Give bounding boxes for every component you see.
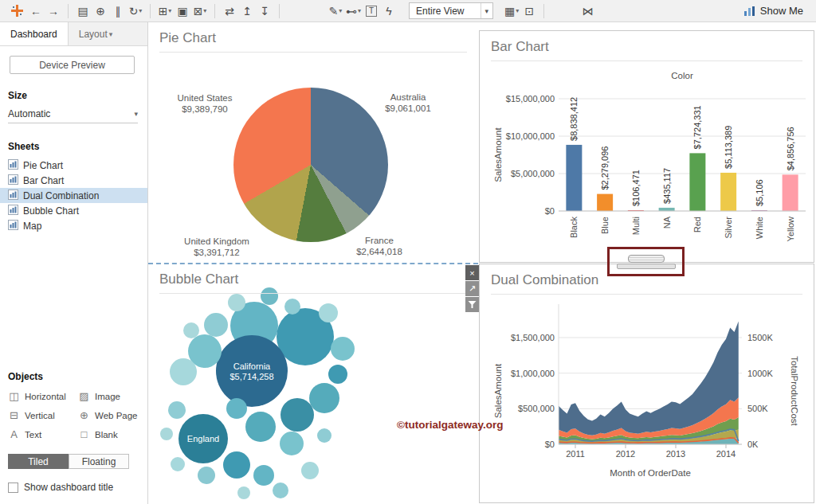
floating-button[interactable]: Floating bbox=[69, 454, 129, 469]
zone-drag-handle[interactable] bbox=[617, 255, 676, 269]
redo-icon: → bbox=[48, 5, 59, 18]
dual-combination-chart[interactable]: $00K$500,000500K$1,000,0001000K$1,500,00… bbox=[480, 264, 814, 502]
sort-descending-button[interactable]: ↧ bbox=[256, 2, 273, 20]
caret-down-icon[interactable]: ▾ bbox=[481, 3, 493, 18]
show-mark-labels-button[interactable]: T bbox=[363, 2, 380, 20]
bar-chart[interactable]: $0$5,000,000$10,000,000$15,000,000ColorS… bbox=[480, 31, 814, 262]
chart-label: $5,000,000 bbox=[511, 169, 555, 178]
redo-button[interactable]: → bbox=[45, 2, 62, 20]
bubble-mark[interactable] bbox=[280, 398, 314, 432]
clear-sheet-button[interactable]: ⊠▾ bbox=[191, 2, 209, 20]
object-vertical[interactable]: ⊟Vertical bbox=[8, 407, 78, 424]
caret-down-icon: ▾ bbox=[203, 7, 206, 14]
bubble-mark[interactable] bbox=[237, 486, 250, 499]
bar-black[interactable] bbox=[566, 145, 582, 211]
bubble-mark[interactable] bbox=[183, 322, 199, 338]
group-members-button[interactable]: ⊷▾ bbox=[344, 2, 363, 20]
sidebar-sheet-map[interactable]: Map bbox=[0, 218, 147, 233]
bubble-mark[interactable] bbox=[331, 337, 355, 361]
bubble-mark[interactable] bbox=[280, 432, 304, 455]
show-hide-cards-button[interactable]: ▦▾ bbox=[503, 2, 520, 20]
pie-label-united-kingdom: United Kingdom $3,391,712 bbox=[184, 236, 249, 258]
chart-label: Blue bbox=[600, 217, 610, 234]
show-dashboard-title-checkbox[interactable] bbox=[8, 483, 18, 493]
bubble-mark[interactable] bbox=[204, 313, 228, 337]
bubble-mark[interactable] bbox=[273, 483, 288, 498]
show-me-button[interactable]: Show Me bbox=[743, 5, 803, 17]
tab-dashboard[interactable]: Dashboard bbox=[0, 22, 69, 45]
bubble-chart-zone[interactable]: Bubble Chart California$5,714,258England bbox=[148, 264, 478, 504]
pie-chart-zone[interactable]: Pie Chart United States $9,389,790 Austr… bbox=[148, 22, 478, 264]
swap-rows-columns-button[interactable]: ⇄ bbox=[221, 2, 238, 20]
device-preview-button[interactable]: Device Preview bbox=[10, 56, 135, 74]
pie-chart[interactable] bbox=[233, 88, 388, 242]
run-auto-updates-button[interactable]: ↻▾ bbox=[127, 2, 144, 20]
bubble-mark[interactable] bbox=[223, 451, 250, 479]
bubble-mark[interactable] bbox=[253, 465, 274, 486]
object-blank[interactable]: □Blank bbox=[78, 426, 140, 443]
caret-down-icon[interactable]: ▾ bbox=[109, 30, 113, 38]
object-web-page[interactable]: ⊕Web Page bbox=[78, 407, 140, 424]
sidebar-sheet-pie-chart[interactable]: Pie Chart bbox=[0, 158, 147, 173]
bubble-mark[interactable] bbox=[245, 412, 276, 442]
bubble-mark[interactable] bbox=[168, 401, 186, 419]
bubble-california[interactable] bbox=[216, 335, 288, 407]
bubble-mark[interactable] bbox=[317, 428, 332, 443]
chart-label: $2,279,096 bbox=[600, 147, 610, 190]
bubble-mark[interactable] bbox=[226, 398, 247, 419]
fix-axes-button[interactable]: ϟ bbox=[380, 2, 398, 20]
bubble-mark[interactable] bbox=[319, 303, 338, 322]
bubble-mark[interactable] bbox=[198, 467, 215, 484]
sidebar-sheet-dual-combination[interactable]: Dual Combination bbox=[0, 188, 147, 203]
fix-axes-icon: ϟ bbox=[386, 5, 391, 18]
duplicate-sheet-button[interactable]: ▣ bbox=[174, 2, 191, 20]
bubble-mark[interactable] bbox=[228, 294, 245, 311]
bubble-chart[interactable]: California$5,714,258England bbox=[148, 264, 478, 504]
bar-yellow[interactable] bbox=[783, 174, 798, 211]
sidebar-sheet-bubble-chart[interactable]: Bubble Chart bbox=[0, 203, 147, 218]
bubble-mark[interactable] bbox=[284, 299, 300, 315]
object-text[interactable]: AText bbox=[8, 426, 78, 443]
tiled-button[interactable]: Tiled bbox=[8, 454, 69, 469]
remove-zone-button[interactable]: × bbox=[465, 265, 479, 280]
presentation-mode-button[interactable]: ⊡ bbox=[520, 2, 538, 20]
bubble-mark[interactable] bbox=[301, 462, 319, 479]
chart-label: Silver bbox=[724, 217, 733, 239]
size-dropdown[interactable]: Automatic ▾ bbox=[8, 108, 138, 123]
bar-na[interactable] bbox=[659, 208, 675, 211]
sort-ascending-button[interactable]: ↥ bbox=[238, 2, 256, 20]
bubble-mark[interactable] bbox=[328, 365, 347, 384]
bubble-mark[interactable] bbox=[170, 358, 197, 385]
use-as-filter-button[interactable] bbox=[465, 297, 479, 312]
undo-button[interactable]: ← bbox=[27, 2, 45, 20]
drag-handle-base[interactable] bbox=[617, 264, 676, 269]
fit-dropdown[interactable]: Entire View ▾ bbox=[409, 2, 493, 19]
tab-layout[interactable]: Layout ▾ bbox=[69, 22, 124, 45]
bar-blue[interactable] bbox=[597, 194, 613, 211]
share-button[interactable]: ⋈ bbox=[579, 2, 596, 20]
highlight-button[interactable]: ✎▾ bbox=[327, 2, 344, 20]
chart-label: 0K bbox=[747, 440, 759, 449]
horizontal-layout-icon: ◫ bbox=[8, 390, 20, 402]
drag-handle-grip[interactable] bbox=[628, 255, 665, 263]
new-worksheet-button[interactable]: ⊞▾ bbox=[156, 2, 174, 20]
pause-auto-updates-button[interactable]: ∥ bbox=[109, 2, 127, 20]
dual-combination-zone[interactable]: Dual Combination $00K$500,000500K$1,000,… bbox=[479, 264, 814, 503]
save-button[interactable]: ▤ bbox=[74, 2, 92, 20]
bubble-mark[interactable] bbox=[309, 383, 339, 413]
object-image[interactable]: ▨Image bbox=[78, 388, 140, 404]
new-data-source-button[interactable]: ⊕ bbox=[92, 2, 109, 20]
toolbar-button-groups: ←→▤⊕∥↻▾⊞▾▣⊠▾⇄↥↧✎▾⊷▾Tϟ bbox=[27, 2, 398, 20]
bubble-mark[interactable] bbox=[160, 428, 173, 440]
bubble-mark[interactable] bbox=[171, 457, 185, 471]
undo-icon: ← bbox=[30, 5, 41, 18]
object-label: Text bbox=[25, 430, 41, 440]
sidebar-sheet-bar-chart[interactable]: Bar Chart bbox=[0, 173, 147, 188]
worksheet-icon bbox=[8, 174, 18, 187]
go-to-sheet-button[interactable]: ↗ bbox=[465, 281, 479, 296]
bar-silver[interactable] bbox=[720, 173, 736, 211]
object-horizontal[interactable]: ◫Horizontal bbox=[8, 388, 78, 404]
bar-chart-zone[interactable]: Bar Chart $0$5,000,000$10,000,000$15,000… bbox=[479, 30, 814, 263]
chart-label: $5,106 bbox=[755, 179, 764, 206]
bar-red[interactable] bbox=[689, 153, 705, 211]
